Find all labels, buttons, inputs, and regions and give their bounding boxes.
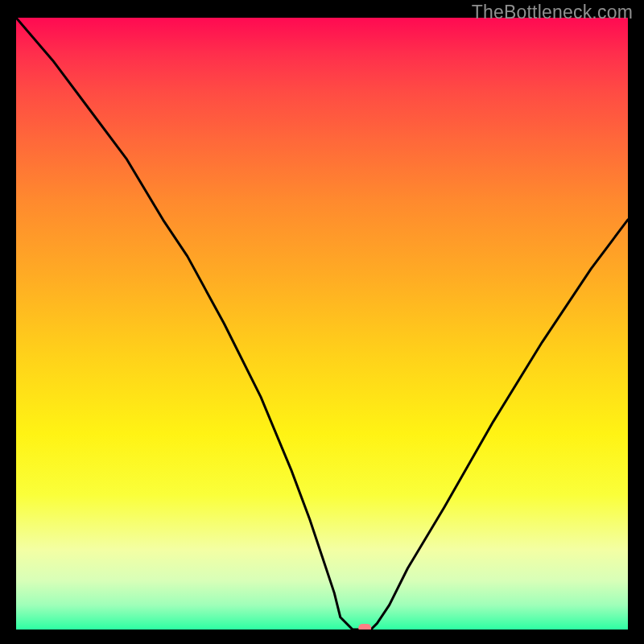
min-marker: [358, 624, 371, 630]
chart-frame: TheBottleneck.com: [0, 0, 644, 644]
watermark-text: TheBottleneck.com: [472, 2, 633, 23]
bottleneck-curve: [16, 18, 628, 630]
chart-overlay: [16, 18, 628, 630]
